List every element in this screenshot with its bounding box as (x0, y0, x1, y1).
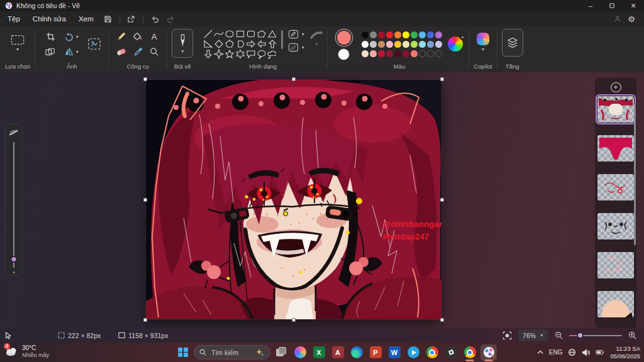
palette-swatch-f5796b[interactable] (411, 50, 418, 57)
search-input[interactable] (210, 348, 252, 357)
resize-handle-top-right[interactable] (440, 77, 444, 81)
taskbar-app-roblox[interactable] (443, 344, 459, 361)
weather-widget[interactable]: 2 30°C Nhiều mây (5, 344, 49, 358)
language-indicator[interactable]: ENG (549, 349, 563, 356)
palette-swatch-f3a9a5[interactable] (370, 50, 377, 57)
save-icon[interactable] (100, 13, 116, 25)
background-color-swatch[interactable] (338, 48, 350, 60)
menu-item-chinh-sua[interactable]: Chỉnh sửa (26, 13, 72, 25)
fill-bucket-icon[interactable] (130, 30, 145, 43)
palette-swatch-f9b7c6[interactable] (386, 41, 393, 48)
undo-icon[interactable] (147, 13, 163, 25)
layer-thumbnail-1[interactable] (597, 96, 634, 123)
marquee-select-icon[interactable] (43, 45, 58, 58)
resize-handle-mid-left[interactable] (143, 198, 147, 202)
layer-thumbnail-5[interactable] (597, 252, 634, 278)
copilot-button[interactable]: ▼ (477, 33, 489, 52)
palette-swatch-ffef00[interactable] (402, 31, 409, 38)
callout-oval-shape-icon[interactable] (257, 49, 267, 59)
curve-shape-icon[interactable] (214, 29, 224, 39)
layer-thumbnail-2[interactable] (597, 135, 634, 162)
eyedropper-icon[interactable] (130, 45, 145, 58)
palette-swatch-ed2024[interactable] (386, 31, 393, 38)
slider-thumb[interactable] (11, 256, 18, 263)
volume-icon[interactable] (582, 349, 590, 356)
rounded-rectangle-shape-icon[interactable] (246, 29, 256, 39)
diamond-shape-icon[interactable] (214, 39, 224, 49)
taskbar-app-paint[interactable] (480, 344, 497, 361)
heart-shape-icon[interactable] (214, 59, 224, 62)
share-icon[interactable] (123, 13, 140, 25)
taskbar-app-chrome[interactable] (424, 344, 440, 361)
resize-handle-top-center[interactable] (292, 77, 296, 81)
line-shape-icon[interactable] (203, 29, 213, 39)
arrow-down-shape-icon[interactable] (203, 49, 213, 59)
palette-swatch-a3112a[interactable] (378, 31, 385, 38)
pencil-icon[interactable] (114, 30, 129, 43)
palette-swatch-ffc92c[interactable] (394, 41, 401, 48)
crop-icon[interactable] (43, 30, 58, 43)
foreground-color-swatch[interactable] (336, 30, 352, 46)
arc-shape-icon[interactable] (203, 59, 213, 62)
palette-swatch-96152e[interactable] (386, 50, 393, 57)
palette-swatch-58b7f1[interactable] (419, 31, 426, 38)
taskbar-app-task-view[interactable] (273, 344, 289, 361)
magnifier-icon[interactable] (147, 45, 162, 58)
palette-swatch-empty[interactable] (427, 50, 434, 57)
resize-handle-top-left[interactable] (143, 77, 147, 81)
arrow-left-shape-icon[interactable] (257, 39, 267, 49)
resize-handle-bottom-left[interactable] (143, 318, 147, 322)
star-5-shape-icon[interactable] (225, 49, 235, 59)
resize-image-icon[interactable] (85, 35, 104, 53)
rotate-icon[interactable] (64, 32, 74, 41)
taskbar-app-telegram[interactable] (405, 344, 421, 361)
eraser-icon[interactable] (114, 45, 129, 58)
selection-tool-button[interactable] (10, 33, 25, 47)
taskbar-app-chrome-alt[interactable] (462, 344, 478, 361)
battery-icon[interactable] (596, 349, 604, 356)
taskbar-app-word[interactable]: W (386, 344, 402, 361)
shape-outline-dropdown[interactable]: ▼ (288, 30, 305, 39)
stroke-size-dropdown[interactable]: ▼ (310, 31, 323, 47)
arrow-up-shape-icon[interactable] (267, 39, 276, 49)
minimize-button[interactable]: – (580, 0, 601, 11)
network-globe-icon[interactable] (568, 348, 576, 356)
shape-fill-dropdown[interactable]: ▼ (288, 43, 305, 52)
add-layer-button[interactable]: + (611, 82, 621, 92)
taskbar-app-copilot[interactable] (292, 344, 308, 361)
edit-colors-button[interactable]: + (448, 36, 464, 53)
taskbar-search[interactable] (194, 345, 270, 359)
resize-handle-bottom-center[interactable] (292, 318, 296, 322)
palette-swatch-93d9e9[interactable] (419, 41, 426, 48)
layer-thumbnail-3[interactable] (597, 174, 634, 200)
menu-item-tep[interactable]: Tệp (1, 13, 26, 25)
palette-swatch-4b0d1d[interactable] (394, 50, 401, 57)
layers-button[interactable] (502, 29, 523, 57)
palette-swatch-868686[interactable] (370, 31, 377, 38)
hexagon-shape-icon[interactable] (235, 39, 245, 49)
callout-cloud-shape-icon[interactable] (267, 49, 276, 59)
palette-swatch-b6e05a[interactable] (411, 41, 418, 48)
zoom-level-dropdown[interactable]: 76% ▼ (518, 329, 548, 341)
clock-widget[interactable]: 11:23 SA 05/06/2025 (610, 345, 640, 359)
star-6-shape-icon[interactable] (235, 49, 245, 59)
palette-swatch-cbc5ee[interactable] (435, 41, 442, 48)
zoom-out-icon[interactable] (555, 331, 563, 339)
rectangle-shape-icon[interactable] (235, 29, 245, 39)
star-4-shape-icon[interactable] (214, 49, 224, 59)
palette-swatch-ffffff[interactable] (362, 41, 369, 48)
taskbar-app-edge[interactable] (348, 344, 365, 361)
chevron-down-icon[interactable]: ▼ (75, 35, 79, 39)
palette-swatch-2fb456[interactable] (411, 31, 418, 38)
settings-gear-icon[interactable]: ⚙ (628, 14, 635, 24)
palette-swatch-ff8034[interactable] (394, 31, 401, 38)
chevron-down-icon[interactable]: ▼ (75, 50, 79, 54)
layer-thumbnail-6[interactable] (597, 291, 634, 317)
flip-icon[interactable] (64, 47, 74, 56)
palette-swatch-0c0c0c[interactable] (362, 31, 369, 38)
brushes-button[interactable]: ▼ (172, 29, 193, 58)
palette-swatch-empty[interactable] (419, 50, 426, 57)
palette-swatch-empty[interactable] (435, 50, 442, 57)
taskbar-app-access[interactable]: A (330, 344, 346, 361)
palette-swatch-c41230[interactable] (378, 50, 385, 57)
